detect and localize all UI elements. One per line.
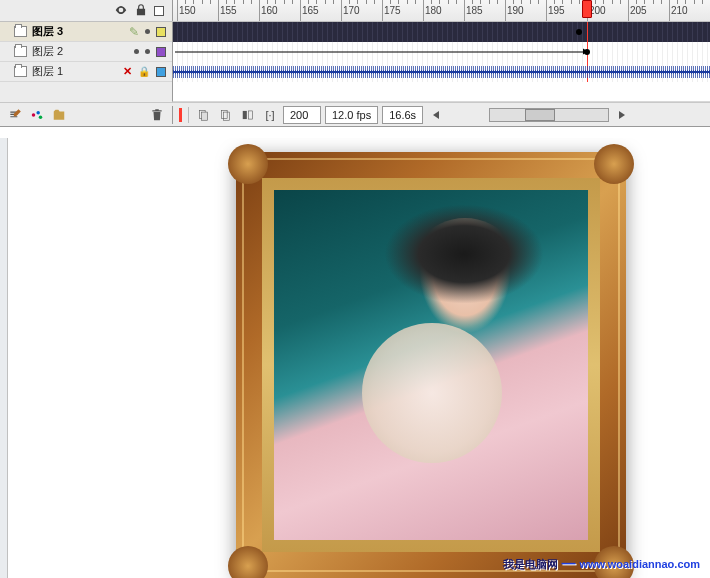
svg-point-1 (36, 110, 40, 114)
onion-markers-button[interactable]: [·] (261, 106, 279, 124)
layer-header-icons (0, 0, 172, 21)
timeline-footer: [·] 200 12.0 fps 16.6s (0, 102, 710, 126)
edit-frames-button[interactable] (239, 106, 257, 124)
rewind-button[interactable] (427, 106, 445, 124)
audio-waveform (173, 71, 710, 73)
motion-tween-arrow (175, 51, 587, 52)
lock-icon[interactable]: 🔒 (138, 66, 150, 77)
visibility-dot[interactable] (145, 29, 150, 34)
picture-frame[interactable] (236, 152, 626, 578)
onion-outline-button[interactable] (217, 106, 235, 124)
stage-canvas[interactable]: 我是电脑网 — www.woaidiannao.com (8, 138, 710, 578)
keyframe-icon[interactable] (584, 49, 590, 55)
lock-icon[interactable] (134, 3, 148, 19)
stage-area: 我是电脑网 — www.woaidiannao.com (0, 138, 710, 578)
layer-type-icon (14, 46, 27, 57)
empty-track-area (172, 82, 710, 102)
visibility-dot[interactable] (145, 49, 150, 54)
fps-readout[interactable]: 12.0 fps (325, 106, 378, 124)
new-folder-button[interactable] (50, 106, 68, 124)
new-motion-button[interactable] (28, 106, 46, 124)
layer-color-swatch[interactable] (156, 47, 166, 57)
eye-icon[interactable] (114, 3, 128, 19)
layer-color-swatch[interactable] (156, 67, 166, 77)
layer-color-swatch[interactable] (156, 27, 166, 37)
layer-track[interactable] (172, 62, 710, 82)
svg-rect-4 (202, 112, 208, 120)
layer-name-label: 图层 1 (32, 64, 63, 79)
time-readout: 16.6s (382, 106, 423, 124)
outline-icon[interactable] (154, 6, 164, 16)
hidden-icon[interactable]: ✕ (123, 65, 132, 78)
svg-rect-7 (243, 110, 247, 118)
layer-type-icon (14, 26, 27, 37)
layer-type-icon (14, 66, 27, 77)
layer-track[interactable] (172, 42, 710, 62)
timeline-panel: 1501551601651701751801851901952002052102… (0, 0, 710, 127)
layer-row[interactable]: 图层 1✕🔒 (0, 62, 710, 82)
visibility-dot[interactable] (134, 49, 139, 54)
layer-name-label: 图层 2 (32, 44, 63, 59)
playhead-indicator-icon (179, 108, 182, 122)
playhead-marker[interactable] (582, 0, 592, 18)
current-frame-readout[interactable]: 200 (283, 106, 321, 124)
svg-point-0 (32, 113, 36, 117)
layer-name-label: 图层 3 (32, 24, 63, 39)
watermark-text: 我是电脑网 — www.woaidiannao.com (503, 555, 700, 572)
svg-point-2 (39, 115, 43, 119)
timeline-scrollbar[interactable] (489, 108, 609, 122)
pencil-icon: ✎ (129, 25, 139, 39)
delete-layer-button[interactable] (148, 106, 166, 124)
timeline-ruler[interactable]: 1501551601651701751801851901952002052102… (172, 0, 710, 21)
svg-rect-6 (224, 112, 230, 120)
panel-collapse-tab[interactable] (0, 138, 8, 578)
frame-mat (262, 178, 600, 552)
keyframe-icon[interactable] (576, 29, 582, 35)
onion-skin-button[interactable] (195, 106, 213, 124)
layer-row[interactable]: 图层 3✎ (0, 22, 710, 42)
forward-button[interactable] (613, 106, 631, 124)
new-layer-button[interactable] (6, 106, 24, 124)
svg-rect-8 (249, 110, 253, 118)
layer-track[interactable] (172, 22, 710, 42)
svg-rect-5 (221, 110, 227, 118)
timeline-header: 1501551601651701751801851901952002052102… (0, 0, 710, 22)
layer-row[interactable]: 图层 2 (0, 42, 710, 62)
portrait-photo (274, 190, 588, 540)
